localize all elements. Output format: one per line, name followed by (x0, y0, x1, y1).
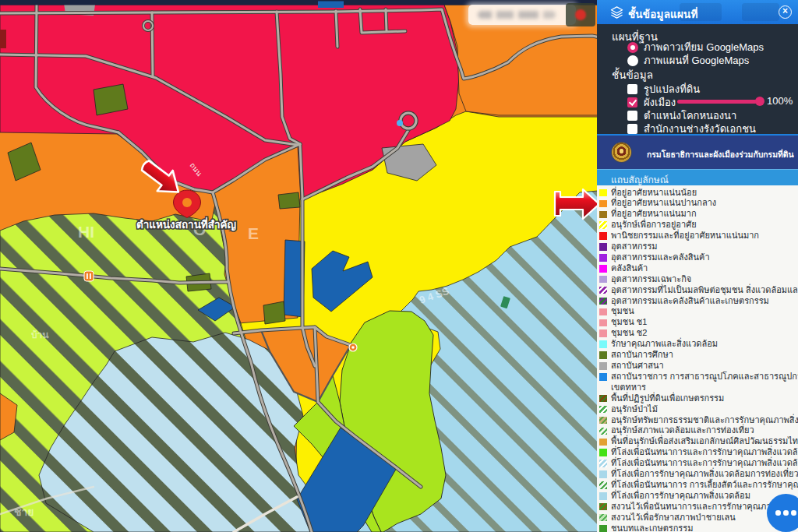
legend-label: ที่โล่งเพื่อนันทนาการและการรักษาคุณภาพสิ… (611, 458, 798, 467)
legend-label: พื้นที่ปฏิรูปที่ดินเพื่อเกษตรกรรม (611, 393, 724, 403)
legend-swatch (599, 308, 607, 316)
layer-panel: ชั้นข้อมูลแผนที่ × แผนที่ฐาน ภาพดาวเทียม… (597, 0, 798, 532)
close-icon[interactable]: × (779, 5, 792, 19)
slider-track[interactable] (677, 100, 763, 104)
legend-swatch (599, 351, 607, 359)
legend-label: อุตสาหกรรม (611, 241, 658, 251)
legend-swatch (599, 449, 607, 456)
legend-label: ที่โล่งเพื่อนันทนาการและการรักษาคุณภาพสิ… (611, 447, 798, 456)
legend-item: อนุรักษ์เพื่อการอยู่อาศัย (597, 220, 798, 231)
legend-swatch (599, 319, 607, 327)
legend-item: อุตสาหกรรมที่ไม่เป็นมลพิษต่อชุมชน สิ่งแว… (597, 285, 798, 296)
legend-item: พานิชยกรรมและที่อยู่อาศัยหนาแน่นมาก (597, 231, 798, 241)
legend-list: ที่อยู่อาศัยหนาแน่นน้อยที่อยู่อาศัยหนาแน… (597, 185, 798, 532)
legend-item: ที่อยู่อาศัยหนาแน่นน้อย (597, 188, 798, 199)
legend-swatch (599, 481, 607, 489)
legend-swatch (599, 362, 607, 370)
legend-label: ชนบทและเกษตรกรรม (611, 523, 693, 532)
legend-swatch (599, 340, 607, 348)
opacity-slider[interactable] (677, 96, 763, 107)
legend-label: ชุมชน ช2 (611, 328, 647, 337)
legend-swatch (599, 492, 607, 500)
legend-label: อนุรักษ์ป่าไม้ (611, 404, 658, 414)
legend-swatch (599, 373, 607, 381)
legend-label: ที่โล่งเพื่อการรักษาคุณภาพสิ่งแวดล้อม (611, 491, 750, 500)
legend-label: สถาบันราชการ การสาธารณูปโภคและสาธารณูปกา… (611, 372, 798, 392)
legend-swatch (599, 276, 607, 284)
marker-label: ตำแหน่งสถานที่สำคัญ (136, 217, 236, 231)
legend-swatch (599, 514, 607, 522)
legend-label: รักษาคุณภาพและสิ่งแวดล้อม (611, 339, 718, 348)
zone-darkred (0, 30, 6, 48)
legend-label: อนุรักษ์สภาพแวดล้อมและการท่องเที่ยว (611, 425, 754, 435)
ghost-button (742, 3, 779, 21)
legend-item: อุตสาหกรรมเฉพาะกิจ (597, 274, 798, 285)
legend-item: ที่โล่งเพื่อการรักษาคุณภาพสิ่งแวดล้อมการ… (597, 469, 798, 480)
legend-swatch (599, 211, 607, 219)
agency-banner: กรมโยธาธิการและผังเมืองร่วมกับกรมที่ดิน (597, 134, 798, 169)
legend-swatch (599, 298, 607, 305)
legend-item: อนุรักษ์ทรัพยากรธรรมชาติและการรักษาคุณภา… (597, 415, 798, 426)
zone-olive-5 (263, 301, 285, 324)
legend-item: อุตสาหกรรมและคลังสินค้า (597, 252, 798, 263)
legend-item: ชุมชน ช2 (597, 328, 798, 339)
legend-swatch (599, 189, 607, 197)
more-dots-icon (767, 494, 798, 532)
legend-item: รักษาคุณภาพและสิ่งแวดล้อม (597, 339, 798, 350)
basemap-option-map[interactable]: ภาพแผนที่ GoogleMaps (627, 54, 749, 67)
legend-label: สงวนไว้เพื่อรักษาสภาพป่าชายเลน (611, 513, 736, 522)
radio-selected[interactable] (627, 42, 638, 53)
legend-item: ที่โล่งเพื่อนันทนาการและการรักษาคุณภาพสิ… (597, 458, 798, 469)
legend-label: อุตสาหกรรมและคลังสินค้าและเกษตรกรรม (611, 296, 769, 305)
legend-item: คลังสินค้า (597, 263, 798, 274)
legend-swatch (599, 243, 607, 251)
radio-unselected[interactable] (627, 55, 638, 66)
legend-item: สถาบันราชการ การสาธารณูปโภคและสาธารณูปกา… (597, 372, 798, 393)
legend-label: อุตสาหกรรมเฉพาะกิจ (611, 274, 691, 284)
legend-item: สถาบันศาสนา (597, 361, 798, 372)
legend-label: ที่โล่งเพื่อการรักษาคุณภาพสิ่งแวดล้อมการ… (611, 469, 798, 478)
svg-text:บ้าน: บ้าน (31, 329, 49, 340)
legend-item: อนุรักษ์สภาพแวดล้อมและการท่องเที่ยว (597, 425, 798, 436)
legend-swatch (599, 287, 607, 294)
legend-item: พื้นที่อนุรักษ์เพื่อส่งเสริมเอกลักษณ์ศิล… (597, 436, 798, 447)
record-button[interactable] (566, 3, 595, 26)
legend-swatch (599, 503, 607, 511)
svg-text:E: E (248, 224, 259, 242)
legend-label: อุตสาหกรรมที่ไม่เป็นมลพิษต่อชุมชน สิ่งแว… (611, 285, 798, 294)
legend-item: ที่อยู่อาศัยหนาแน่นปานกลาง (597, 198, 798, 209)
search-input[interactable] (468, 5, 576, 25)
legend-label: ชุมชน (611, 306, 634, 315)
legend-item: อุตสาหกรรมและคลังสินค้าและเกษตรกรรม (597, 296, 798, 307)
legend-label: อนุรักษ์เพื่อการอยู่อาศัย (611, 220, 697, 229)
legend-swatch (599, 395, 607, 403)
legend-item: ที่โล่งเพื่อนันทนาการ การเลี้ยงสัตว์และก… (597, 480, 798, 491)
panel-body: แผนที่ฐาน ภาพดาวเทียม GoogleMaps ภาพแผนท… (597, 24, 798, 134)
search-overlay (468, 4, 595, 26)
record-dot-icon (575, 9, 586, 20)
legend-label: ที่อยู่อาศัยหนาแน่นปานกลาง (611, 198, 716, 207)
checkbox-unchecked[interactable] (627, 124, 637, 134)
legend-label: ที่อยู่อาศัยหนาแน่นมาก (611, 209, 697, 218)
slider-thumb[interactable] (755, 97, 764, 106)
legend-label: คลังสินค้า (611, 263, 648, 273)
legend-label: อุตสาหกรรมและคลังสินค้า (611, 252, 710, 262)
legend-swatch (599, 428, 607, 435)
legend-label: พานิชยกรรมและที่อยู่อาศัยหนาแน่นมาก (611, 231, 759, 240)
legend-swatch (599, 417, 607, 425)
poi-restaurant (84, 271, 94, 281)
legend-swatch (599, 265, 607, 273)
legend-label: สถาบันศาสนา (611, 361, 664, 370)
more-options-fab[interactable] (767, 494, 798, 532)
legend-swatch (599, 254, 607, 262)
opacity-value: 100% (767, 95, 793, 107)
legend-item: ชุมชน (597, 306, 798, 317)
legend-item: อนุรักษ์ป่าไม้ (597, 404, 798, 415)
checkbox-checked[interactable] (627, 97, 637, 107)
checkbox-unchecked[interactable] (627, 111, 637, 121)
checkbox-unchecked[interactable] (627, 84, 637, 94)
legend-item: อุตสาหกรรม (597, 241, 798, 252)
legend-swatch (599, 460, 607, 467)
legend-label: พื้นที่อนุรักษ์เพื่อส่งเสริมเอกลักษณ์ศิล… (611, 436, 798, 446)
legend-label: ชุมชน ช1 (611, 317, 647, 326)
